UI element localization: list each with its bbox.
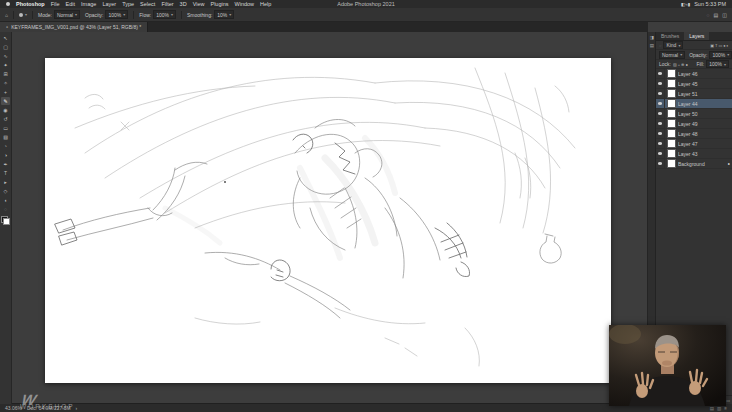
smoothing-value[interactable]: 10% [217, 12, 227, 18]
lock-icon[interactable]: ▨ [673, 62, 677, 67]
layer-row[interactable]: Layer 49 ∎ [656, 119, 732, 129]
visibility-toggle[interactable] [656, 139, 665, 148]
footer-icon[interactable]: ▭ [726, 398, 730, 403]
tool-icon[interactable]: ↖ [1, 34, 10, 42]
filter-icon[interactable]: ● [723, 43, 725, 48]
status-icon[interactable]: ▤ [710, 406, 714, 411]
visibility-toggle[interactable] [656, 159, 665, 168]
opacity-value[interactable]: 100% [108, 12, 121, 18]
layer-row[interactable]: Layer 47 ∎ [656, 139, 732, 149]
tool-icon[interactable]: ↺ [1, 115, 10, 123]
mode-value[interactable]: Normal [57, 12, 73, 18]
filter-icon[interactable]: ▭ [718, 43, 722, 48]
menu-clock[interactable]: Sun 5:33 PM [694, 1, 726, 7]
fill-control[interactable]: 100% ▾ [706, 60, 729, 68]
tool-icon[interactable]: T [1, 169, 10, 177]
tool-icon[interactable]: ▨ [1, 133, 10, 141]
menu-item[interactable]: View [193, 1, 205, 7]
filter-kind-dropdown[interactable]: Kind ▾ [663, 41, 683, 49]
visibility-toggle[interactable] [656, 79, 665, 88]
canvas[interactable] [45, 58, 611, 383]
layer-thumbnail[interactable] [667, 139, 676, 148]
tool-icon[interactable]: ◇ [1, 187, 10, 195]
layer-row[interactable]: Layer 51 ∎ [656, 89, 732, 99]
layer-row[interactable]: Layer 50 ∎ [656, 109, 732, 119]
layer-thumbnail[interactable] [667, 129, 676, 138]
menu-item[interactable]: File [51, 1, 60, 7]
visibility-toggle[interactable] [656, 119, 665, 128]
status-icon[interactable]: ▮ [688, 2, 690, 7]
collapsed-panel-icon[interactable]: ◨ [650, 35, 654, 40]
lock-icon[interactable]: ∎ [685, 62, 688, 67]
flow-value[interactable]: 100% [156, 12, 169, 18]
document-tab[interactable]: ● KEYFRAMES_IMG_V001.psd @ 43% (Layer 51… [0, 22, 148, 32]
tool-icon[interactable]: ◌ [1, 205, 10, 213]
visibility-toggle[interactable] [656, 129, 665, 138]
visibility-toggle[interactable] [656, 149, 665, 158]
menu-item[interactable]: Help [260, 1, 271, 7]
menu-item[interactable]: Filter [161, 1, 173, 7]
menu-item[interactable]: Edit [66, 1, 75, 7]
search-icon[interactable]: ◌ [659, 43, 661, 48]
app-menu[interactable]: Photoshop [16, 1, 45, 7]
status-chevron-icon[interactable]: › [76, 405, 78, 411]
smoothing-control[interactable]: Smoothing: 10%▾ [187, 10, 234, 19]
layer-row[interactable]: Layer 45 ∎ [656, 79, 732, 89]
layer-opacity-control[interactable]: 100% ▾ [709, 51, 732, 59]
options-icon[interactable]: ◫ [722, 12, 727, 18]
tool-icon[interactable]: ✧ [1, 79, 10, 87]
panel-tab[interactable]: Layers [684, 32, 709, 40]
lock-icon[interactable]: + [678, 62, 680, 67]
menu-item[interactable]: Select [140, 1, 155, 7]
tool-icon[interactable]: ▸ [1, 178, 10, 186]
tool-icon[interactable]: ◔ [1, 142, 10, 150]
filter-icon[interactable]: T [715, 43, 717, 48]
pasteboard[interactable] [11, 32, 648, 404]
layer-row[interactable]: Background ∎ [656, 159, 732, 169]
options-icon[interactable]: ◌ [707, 12, 710, 18]
background-color-swatch[interactable] [3, 218, 10, 225]
menu-item[interactable]: Plugins [210, 1, 228, 7]
tool-icon[interactable]: + [1, 88, 10, 96]
layer-row[interactable]: Layer 44 ∎ [656, 99, 732, 109]
brush-preset-picker[interactable]: ▾ [19, 12, 27, 17]
layer-thumbnail[interactable] [667, 79, 676, 88]
filter-icon[interactable]: ◐ [727, 43, 729, 48]
collapsed-panel-icon[interactable]: ▤ [650, 43, 654, 48]
visibility-toggle[interactable] [656, 99, 665, 108]
layer-thumbnail[interactable] [667, 109, 676, 118]
apple-menu-icon[interactable] [6, 2, 10, 6]
layer-row[interactable]: Layer 46 ∎ [656, 69, 732, 79]
status-icon[interactable]: ≡ [724, 406, 727, 411]
tool-icon[interactable]: ✦ [1, 61, 10, 69]
menu-item[interactable]: Layer [102, 1, 116, 7]
layer-row[interactable]: Layer 48 ∎ [656, 129, 732, 139]
tool-icon[interactable]: ✒ [1, 160, 10, 168]
tool-icon[interactable]: ◑ [1, 151, 10, 159]
panel-tab[interactable]: Brushes [656, 32, 684, 40]
visibility-toggle[interactable] [656, 89, 665, 98]
lock-icon[interactable]: ⊕ [681, 62, 684, 67]
opacity-control[interactable]: Opacity: 100%▾ [85, 10, 128, 19]
menu-item[interactable]: Image [81, 1, 96, 7]
tool-icon[interactable]: ◖ [1, 196, 10, 204]
blend-mode-control[interactable]: Mode: Normal▾ [38, 10, 80, 19]
layer-thumbnail[interactable] [667, 89, 676, 98]
tool-icon[interactable]: ✎ [1, 97, 10, 105]
menu-item[interactable]: Type [122, 1, 134, 7]
tool-icon[interactable]: ⊞ [1, 70, 10, 78]
menu-item[interactable]: 3D [180, 1, 187, 7]
layer-thumbnail[interactable] [667, 99, 676, 108]
flow-control[interactable]: Flow: 100%▾ [139, 10, 176, 19]
layer-thumbnail[interactable] [667, 69, 676, 78]
filter-icon[interactable]: ▣ [710, 43, 714, 48]
layer-row[interactable]: Layer 43 ∎ [656, 149, 732, 159]
status-icon[interactable]: ▥ [717, 406, 721, 411]
layer-thumbnail[interactable] [667, 159, 676, 168]
tool-icon[interactable]: ◉ [1, 106, 10, 114]
tool-icon[interactable]: ▢ [1, 43, 10, 51]
options-icon[interactable]: ▤ [714, 12, 719, 18]
layer-thumbnail[interactable] [667, 149, 676, 158]
visibility-toggle[interactable] [656, 109, 665, 118]
menu-item[interactable]: Window [235, 1, 255, 7]
